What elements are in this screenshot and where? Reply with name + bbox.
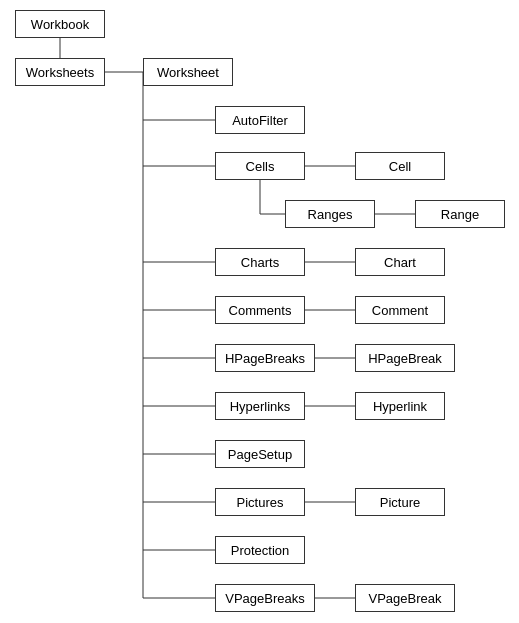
picture-node: Picture (355, 488, 445, 516)
charts-node: Charts (215, 248, 305, 276)
hpagebreaks-node: HPageBreaks (215, 344, 315, 372)
comments-node: Comments (215, 296, 305, 324)
chart-node: Chart (355, 248, 445, 276)
comment-node: Comment (355, 296, 445, 324)
workbook-node: Workbook (15, 10, 105, 38)
worksheet-node: Worksheet (143, 58, 233, 86)
range-node: Range (415, 200, 505, 228)
diagram: Workbook Worksheets Worksheet AutoFilter… (0, 0, 519, 623)
hpagebreak-node: HPageBreak (355, 344, 455, 372)
pictures-node: Pictures (215, 488, 305, 516)
vpagebreak-node: VPageBreak (355, 584, 455, 612)
hyperlinks-node: Hyperlinks (215, 392, 305, 420)
protection-node: Protection (215, 536, 305, 564)
ranges-node: Ranges (285, 200, 375, 228)
vpagebreaks-node: VPageBreaks (215, 584, 315, 612)
autofilter-node: AutoFilter (215, 106, 305, 134)
hyperlink-node: Hyperlink (355, 392, 445, 420)
cells-node: Cells (215, 152, 305, 180)
pagesetup-node: PageSetup (215, 440, 305, 468)
cell-node: Cell (355, 152, 445, 180)
worksheets-node: Worksheets (15, 58, 105, 86)
